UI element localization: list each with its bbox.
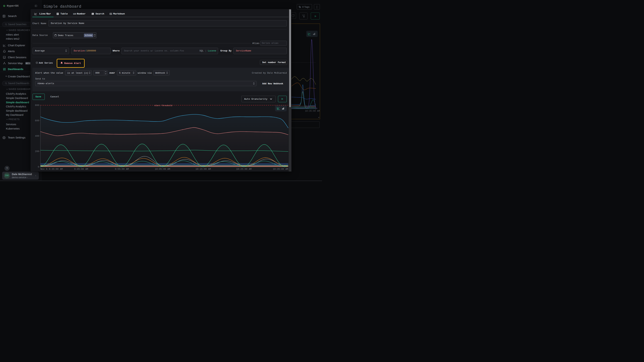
svg-text:10:25:00 AM: 10:25:00 AM <box>236 168 252 171</box>
svg-text:10:15:00 AM: 10:15:00 AM <box>196 168 211 171</box>
svg-text:10:35:00 AM: 10:35:00 AM <box>273 168 288 171</box>
svg-text:9:45:00 AM: 9:45:00 AM <box>74 168 88 171</box>
svg-text:400: 400 <box>35 135 39 137</box>
svg-text:800: 800 <box>35 104 39 107</box>
svg-text:200: 200 <box>35 150 39 153</box>
svg-text:Nov 6 9:35:00 AM: Nov 6 9:35:00 AM <box>40 168 63 171</box>
svg-text:Alert Threshold: Alert Threshold <box>154 105 172 107</box>
svg-text:600: 600 <box>35 119 39 122</box>
svg-text:10:05:00 AM: 10:05:00 AM <box>155 168 170 171</box>
svg-text:9:55:00 AM: 9:55:00 AM <box>115 168 129 171</box>
svg-text:0: 0 <box>38 166 39 168</box>
